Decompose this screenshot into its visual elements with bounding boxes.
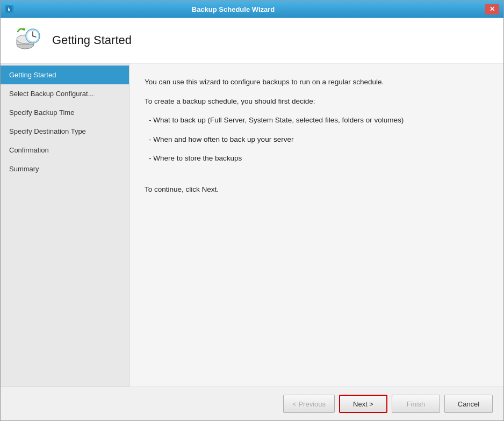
- title-bar-controls: ✕: [485, 4, 499, 14]
- main-content: You can use this wizard to configure bac…: [129, 63, 503, 387]
- wizard-content: Getting Started Select Backup Configurat…: [1, 63, 503, 387]
- intro-paragraph: You can use this wizard to configure bac…: [145, 76, 488, 88]
- title-bar: k Backup Schedule Wizard ✕: [1, 1, 503, 18]
- main-text-block: You can use this wizard to configure bac…: [145, 76, 488, 195]
- backup-schedule-icon: [12, 25, 42, 55]
- sidebar-item-select-backup-config[interactable]: Select Backup Configurat...: [1, 84, 129, 103]
- decide-paragraph: To create a backup schedule, you should …: [145, 96, 488, 107]
- page-title: Getting Started: [52, 33, 132, 47]
- sidebar-item-summary[interactable]: Summary: [1, 159, 129, 178]
- wizard-window: k Backup Schedule Wizard ✕: [0, 0, 504, 421]
- wizard-sidebar: Getting Started Select Backup Configurat…: [1, 63, 129, 387]
- bullet-where: - Where to store the backups: [145, 153, 488, 164]
- title-bar-left: k: [5, 5, 13, 13]
- app-icon: k: [5, 5, 13, 13]
- sidebar-item-specify-destination-type[interactable]: Specify Destination Type: [1, 122, 129, 141]
- finish-button[interactable]: Finish: [392, 395, 440, 413]
- continue-paragraph: To continue, click Next.: [145, 184, 488, 195]
- sidebar-item-confirmation[interactable]: Confirmation: [1, 141, 129, 159]
- next-button[interactable]: Next >: [339, 395, 387, 413]
- cancel-button[interactable]: Cancel: [444, 395, 493, 413]
- wizard-header: Getting Started: [1, 18, 503, 63]
- wizard-footer: < Previous Next > Finish Cancel: [1, 387, 503, 420]
- window-title: Backup Schedule Wizard: [13, 5, 453, 13]
- sidebar-item-getting-started[interactable]: Getting Started: [1, 66, 129, 84]
- previous-button[interactable]: < Previous: [283, 395, 335, 413]
- close-button[interactable]: ✕: [485, 4, 499, 14]
- sidebar-item-specify-backup-time[interactable]: Specify Backup Time: [1, 103, 129, 122]
- header-icon-container: [11, 24, 44, 56]
- bullet-when: - When and how often to back up your ser…: [145, 134, 488, 146]
- bullet-what: - What to back up (Full Server, System S…: [145, 114, 488, 126]
